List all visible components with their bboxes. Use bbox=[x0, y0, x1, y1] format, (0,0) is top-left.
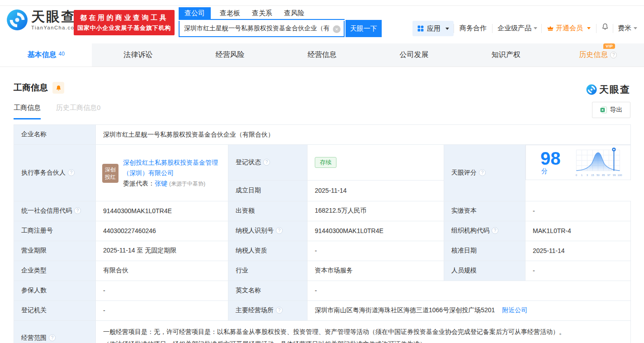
vip-badge: VIP bbox=[603, 43, 615, 49]
tab-business-info[interactable]: 经营信息 bbox=[276, 43, 368, 67]
nav-enterprise-products[interactable]: 企业级产品 bbox=[497, 24, 537, 33]
company-tabbar: 基本信息 40 法律诉讼 经营风险 经营信息 公司发展 知识产权 历史信息 VI… bbox=[0, 43, 644, 67]
help-icon[interactable] bbox=[479, 169, 486, 176]
nearby-companies-link[interactable]: 附近公司 bbox=[502, 306, 527, 314]
field-label: 登记状态 bbox=[236, 158, 261, 166]
clear-search-icon[interactable] bbox=[333, 25, 341, 33]
excel-icon bbox=[600, 106, 607, 114]
search-tab-risk[interactable]: 查风险 bbox=[284, 7, 304, 19]
field-value: 91440300MAK1L0TR4E bbox=[315, 227, 384, 234]
svg-text:85: 85 bbox=[602, 174, 605, 176]
svg-text:50: 50 bbox=[597, 174, 600, 176]
field-value: - bbox=[315, 247, 317, 254]
svg-text:1: 1 bbox=[581, 174, 582, 176]
table-row: 工商注册号 440300227460246 纳税人识别号 91440300MAK… bbox=[14, 221, 631, 241]
field-value: - bbox=[315, 287, 317, 294]
svg-text:99: 99 bbox=[613, 174, 616, 176]
watermark-logo: 天眼查 bbox=[586, 83, 630, 96]
executive-partner: 深创 投红 深创投红土私募股权投资基金管理（深圳）有限公司 委派代表：张键(来源… bbox=[102, 152, 222, 193]
svg-text:3: 3 bbox=[587, 174, 588, 176]
nav-divider bbox=[541, 24, 542, 33]
field-label: 出资额 bbox=[236, 207, 255, 214]
field-value: 2025-11-14 bbox=[533, 247, 565, 254]
address-value: 深圳市南山区粤海街道海珠社区海德三道1066号深创投广场5201 bbox=[315, 306, 495, 314]
field-label: 组织机构代码 bbox=[451, 227, 489, 234]
help-icon[interactable] bbox=[492, 227, 498, 234]
export-button[interactable]: 导出 bbox=[592, 102, 630, 118]
search-input-wrap bbox=[179, 21, 345, 37]
tianyan-score: 98分 bbox=[526, 145, 631, 180]
tab-count: 40 bbox=[59, 51, 65, 57]
tab-legal-litigation[interactable]: 法律诉讼 bbox=[92, 43, 184, 67]
search-tab-relation[interactable]: 查关系 bbox=[252, 7, 272, 19]
partner-company-link[interactable]: 深创投红土私募股权投资基金管理（深圳）有限公司 bbox=[123, 157, 222, 178]
tab-basic-info[interactable]: 基本信息 40 bbox=[0, 43, 92, 67]
field-label: 执行事务合伙人 bbox=[21, 169, 66, 176]
field-value: - bbox=[533, 207, 535, 214]
nav-open-vip[interactable]: 开通会员 bbox=[547, 24, 591, 33]
help-icon[interactable] bbox=[263, 159, 270, 166]
logo-title: 天眼查 bbox=[31, 10, 79, 24]
help-icon[interactable] bbox=[276, 307, 283, 314]
field-label: 天眼评分 bbox=[451, 169, 477, 176]
apps-menu[interactable]: 应用 bbox=[412, 21, 454, 36]
help-icon[interactable] bbox=[610, 52, 617, 58]
tab-intellectual-property[interactable]: 知识产权 bbox=[460, 43, 552, 67]
svg-text:100: 100 bbox=[617, 174, 622, 176]
svg-text:97: 97 bbox=[607, 174, 611, 176]
tianyancha-logo-icon bbox=[586, 84, 597, 95]
table-row: 经营范围 一般经营项目是：无，许可经营项目是：以私募基金从事股权投资、投资管理、… bbox=[14, 320, 631, 343]
nav-divider bbox=[613, 24, 613, 33]
top-divider bbox=[0, 5, 644, 6]
tianyancha-logo[interactable]: 天眼查 TianYanCha.com bbox=[6, 9, 79, 31]
logo-domain: TianYanCha.com bbox=[31, 25, 79, 30]
table-row: 登记机关 - 主要经营场所 深圳市南山区粤海街道海珠社区海德三道1066号深创投… bbox=[14, 300, 631, 320]
score-value: 98 bbox=[540, 148, 561, 168]
subtab-business-registration[interactable]: 工商信息 bbox=[14, 104, 41, 119]
tab-operational-risk[interactable]: 经营风险 bbox=[184, 43, 276, 67]
rep-name-link[interactable]: 张键 bbox=[155, 180, 167, 187]
field-value: 168212.5万人民币 bbox=[315, 207, 366, 214]
field-label: 成立日期 bbox=[236, 186, 261, 194]
field-value: - bbox=[533, 267, 535, 274]
nav-business-coop[interactable]: 商务合作 bbox=[459, 24, 487, 33]
partner-avatar[interactable]: 深创 投红 bbox=[102, 164, 118, 183]
help-icon[interactable] bbox=[68, 169, 75, 176]
help-icon[interactable] bbox=[49, 334, 56, 341]
banner-line1: 都在用的商业查询工具 bbox=[80, 14, 168, 22]
notifications-bell-icon[interactable] bbox=[601, 23, 609, 33]
field-label: 参保人数 bbox=[21, 286, 47, 294]
apps-grid-icon bbox=[417, 25, 424, 32]
field-label: 纳税人资质 bbox=[236, 247, 267, 254]
chevron-down-icon bbox=[634, 27, 637, 29]
field-value: - bbox=[103, 287, 105, 294]
section-title: 工商信息 bbox=[14, 82, 48, 94]
search-button[interactable]: 天眼一下 bbox=[346, 20, 382, 37]
field-label: 英文名称 bbox=[236, 286, 261, 294]
tianyancha-company-page: 天眼查 TianYanCha.com 都在用的商业查询工具 国家中小企业发展子基… bbox=[0, 0, 644, 343]
company-name-value: 深圳市红土星舰一号私募股权投资基金合伙企业（有限合伙） bbox=[103, 131, 274, 138]
search-tab-company[interactable]: 查公司 bbox=[179, 7, 211, 19]
tab-company-development[interactable]: 公司发展 bbox=[368, 43, 460, 67]
help-icon[interactable] bbox=[276, 227, 283, 234]
promo-banner: 都在用的商业查询工具 国家中小企业发展子基金旗下机构 bbox=[74, 10, 175, 35]
subtab-history-registration[interactable]: 历史工商信息0 bbox=[56, 104, 100, 119]
table-row: 执行事务合伙人 深创 投红 深创投红土私募股权投资基金管理（深圳）有限公司 委派… bbox=[14, 145, 631, 181]
monitor-bell-icon[interactable] bbox=[52, 82, 64, 94]
rep-label: 委派代表： bbox=[123, 180, 155, 187]
field-value: 440300227460246 bbox=[103, 227, 156, 234]
field-label: 核准日期 bbox=[451, 247, 477, 254]
search-input[interactable] bbox=[179, 21, 345, 37]
nav-user-menu[interactable]: 费米 bbox=[618, 24, 637, 33]
search-tab-boss[interactable]: 查老板 bbox=[220, 7, 240, 19]
table-row: 统一社会信用代码 91440300MAK1L0TR4E 出资额 168212.5… bbox=[14, 201, 631, 221]
help-icon[interactable] bbox=[74, 207, 81, 214]
business-scope-text: 一般经营项目是：无，许可经营项目是：以私募基金从事股权投资、投资管理、资产管理等… bbox=[103, 321, 623, 343]
field-label: 企业名称 bbox=[21, 131, 47, 138]
chevron-down-icon bbox=[445, 28, 449, 30]
table-row: 营业期限 2025-11-14 至 无固定期限 纳税人资质 - 核准日期 202… bbox=[14, 241, 631, 261]
field-label: 主要经营场所 bbox=[236, 306, 274, 314]
tab-history-info[interactable]: 历史信息 VIP bbox=[552, 43, 644, 67]
field-label: 统一社会信用代码 bbox=[21, 207, 72, 214]
chevron-down-icon bbox=[587, 27, 591, 29]
